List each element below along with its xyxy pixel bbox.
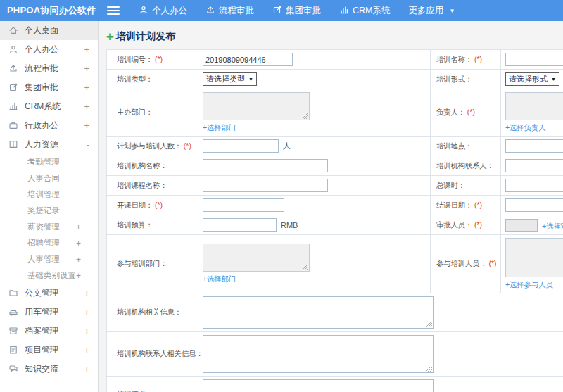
sidebar-item-label: 档案管理 (25, 325, 58, 337)
sidebar-sub-attendance[interactable]: 考勤管理 (18, 154, 98, 170)
form-row: 参与培训部门： +选择部门 参与培训人员：(*) +选择参与人员 (107, 235, 563, 293)
expand-plus: + (84, 44, 89, 55)
field-label: 审批人员：(*) (431, 215, 501, 235)
sidebar-item-archive[interactable]: 档案管理 + (0, 322, 98, 341)
host-dept-textarea[interactable] (203, 92, 310, 120)
sidebar-item-admin-office[interactable]: 行政办公 + (0, 116, 98, 135)
expand-plus: + (84, 63, 89, 74)
project-icon (8, 345, 19, 355)
sidebar-item-label: 流程审批 (25, 63, 58, 75)
sidebar-item-personal-office[interactable]: 个人办公 + (0, 40, 98, 59)
training-form-select[interactable]: 请选择形式▼ (505, 72, 559, 86)
edit-icon (8, 82, 19, 93)
training-type-select[interactable]: 请选择类型▼ (203, 72, 257, 86)
course-name-input[interactable] (203, 179, 328, 192)
sidebar-item-label: 人力资源 (25, 139, 58, 151)
select-approver-link[interactable]: +选择审批人员 (542, 222, 563, 232)
sub-item-label: 招聘管理 (27, 238, 60, 248)
nav-more-apps[interactable]: 更多应用 ▼ (399, 0, 464, 21)
training-name-input[interactable] (505, 53, 563, 66)
training-no-input[interactable] (203, 53, 293, 66)
select-dept-link[interactable]: +选择部门 (203, 123, 236, 133)
nav-group-approval[interactable]: 集团审批 (263, 0, 330, 21)
field-label: 总课时： (431, 176, 501, 196)
nav-workflow-approval[interactable]: 流程审批 (196, 0, 263, 21)
expand-plus: + (84, 82, 89, 93)
expand-plus: + (76, 255, 81, 265)
nav-crm-system[interactable]: CRM系统 (330, 0, 399, 21)
user-icon (8, 44, 19, 55)
sidebar-item-vehicle[interactable]: 用车管理 + (0, 303, 98, 322)
form-row: 培训预算： RMB 审批人员：(*) +选择审批人员 (107, 215, 563, 235)
field-label: 参与培训人员：(*) (431, 235, 501, 293)
sidebar-item-crm[interactable]: CRM系统 + (0, 97, 98, 116)
sidebar-item-hr[interactable]: 人力资源 - (0, 135, 98, 154)
nav-label: 个人办公 (152, 5, 187, 17)
sidebar-item-desktop[interactable]: 个人桌面 (0, 21, 98, 40)
sidebar-item-workflow-approval[interactable]: 流程审批 + (0, 59, 98, 78)
sidebar-item-label: 项目管理 (25, 344, 58, 356)
sidebar-sub-reward[interactable]: 奖惩记录 (18, 203, 98, 219)
sidebar-item-label: CRM系统 (25, 101, 61, 113)
topbar: PHPOA协同办公软件 个人办公 流程审批 集团审批 CRM系统 更多应用 ▼ (0, 0, 563, 21)
nav-label: CRM系统 (353, 5, 390, 17)
form-row: 计划参与培训人数：(*) 人 培训地点： (107, 137, 563, 156)
expand-plus: + (84, 364, 89, 374)
sidebar-item-label: 用车管理 (25, 306, 58, 318)
sidebar-item-group-approval[interactable]: 集团审批 + (0, 78, 98, 97)
leader-textarea[interactable] (505, 92, 563, 120)
field-label: 开课日期：(*) (107, 196, 198, 215)
select-join-dept-link[interactable]: +选择部门 (203, 274, 236, 284)
join-people-textarea[interactable] (505, 238, 563, 277)
training-plan-form: 培训编号：(*) 培训名称：(*) 培训类型： 请选择类型▼ 培训形式： 请选择… (106, 49, 563, 392)
field-label: 主办部门： (107, 89, 198, 137)
form-row: 培训类型： 请选择类型▼ 培训形式： 请选择形式▼ (107, 70, 563, 89)
edit-icon (272, 5, 282, 17)
org-info-textarea[interactable] (203, 296, 434, 329)
sub-item-label: 基础类别设置 (27, 270, 76, 281)
requirement-textarea[interactable] (203, 379, 434, 392)
chevron-down-icon: ▼ (551, 77, 556, 82)
page-title: ✚ 培训计划发布 (106, 30, 563, 43)
budget-input[interactable] (203, 218, 277, 232)
select-join-people-link[interactable]: +选择参与人员 (505, 280, 553, 290)
total-hours-input[interactable] (505, 179, 563, 192)
sub-item-label: 考勤管理 (27, 157, 60, 167)
location-input[interactable] (505, 139, 563, 153)
sidebar-item-knowledge[interactable]: 知识交流 + (0, 360, 98, 379)
field-label: 培训编号：(*) (107, 50, 198, 70)
nav-label: 更多应用 (408, 5, 443, 17)
required-marker: (*) (155, 201, 163, 209)
required-marker: (*) (488, 259, 496, 267)
sidebar-sub-base-category[interactable]: 基础类别设置 + (18, 267, 98, 284)
sidebar-item-label: 个人桌面 (25, 25, 58, 37)
sub-item-label: 培训管理 (27, 189, 60, 200)
sidebar-item-project[interactable]: 项目管理 + (0, 341, 98, 360)
sidebar-item-documents[interactable]: 公文管理 + (0, 284, 98, 303)
home-icon (8, 25, 19, 36)
end-date-input[interactable] (505, 198, 563, 212)
approver-input[interactable] (505, 219, 538, 232)
sidebar-sub-salary[interactable]: 薪资管理 + (18, 219, 98, 235)
plus-icon: ✚ (106, 32, 114, 42)
sidebar-sub-hr-contract[interactable]: 人事合同 (18, 170, 98, 186)
chevron-down-icon: ▼ (248, 77, 253, 82)
chart-icon (8, 101, 19, 112)
field-label: 培训课程名称： (107, 176, 198, 196)
nav-personal-office[interactable]: 个人办公 (129, 0, 196, 21)
menu-toggle-icon[interactable] (107, 6, 120, 15)
org-contact-input[interactable] (505, 159, 563, 172)
start-date-input[interactable] (203, 198, 284, 212)
org-name-input[interactable] (203, 159, 328, 172)
join-dept-textarea[interactable] (203, 244, 310, 272)
sub-item-label: 奖惩记录 (27, 206, 60, 216)
sidebar-sub-recruit[interactable]: 招聘管理 + (18, 235, 98, 251)
sidebar-sub-training[interactable]: 培训管理 (18, 186, 98, 203)
select-leader-link[interactable]: +选择负责人 (505, 123, 545, 133)
sidebar-item-label: 集团审批 (25, 82, 58, 94)
plan-count-input[interactable] (203, 139, 279, 153)
sidebar-sub-personnel[interactable]: 人事管理 + (18, 251, 98, 267)
expand-plus: + (84, 101, 89, 112)
sub-item-label: 薪资管理 (27, 222, 60, 232)
org-contact-info-textarea[interactable] (203, 335, 434, 373)
